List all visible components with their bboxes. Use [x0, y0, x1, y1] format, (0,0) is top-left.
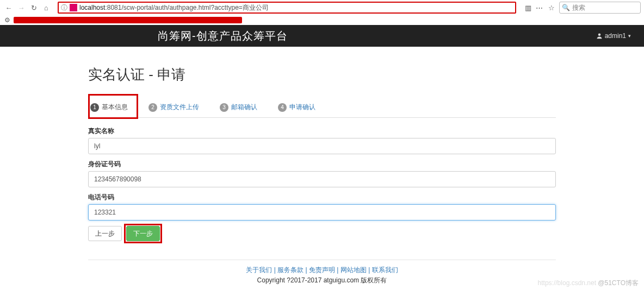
prev-step-button[interactable]: 上一步	[88, 226, 122, 241]
browser-search-input[interactable]: 🔍 搜索	[559, 2, 641, 14]
url-text: localhost:8081/scw-portal/auth/authpage.…	[79, 3, 269, 12]
top-navbar: 尚筹网-创意产品众筹平台 admin1 ▾	[0, 25, 644, 47]
footer-link-disclaimer[interactable]: 免责声明	[309, 266, 335, 274]
site-brand: 尚筹网-创意产品众筹平台	[158, 29, 288, 43]
user-name: admin1	[605, 32, 626, 40]
bookmark-icon[interactable]: ☆	[548, 4, 555, 12]
caret-down-icon: ▾	[628, 33, 631, 39]
tab-apply-confirm[interactable]: 4 申请确认	[276, 97, 320, 117]
tab-label: 邮箱确认	[231, 103, 257, 112]
tab-email-confirm[interactable]: 3 邮箱确认	[218, 97, 262, 117]
real-name-label: 真实名称	[88, 127, 556, 136]
main-container: 实名认证 - 申请 1 基本信息 2 资质文件上传 3 邮箱确认 4 申请确认 …	[88, 47, 556, 241]
footer-separator	[88, 260, 556, 260]
next-step-highlight: 下一步	[126, 226, 160, 241]
reload-button[interactable]: ↻	[28, 2, 39, 13]
user-icon	[596, 33, 603, 39]
tab-label: 基本信息	[102, 103, 128, 112]
step-number: 2	[148, 103, 157, 112]
tab-upload-docs[interactable]: 2 资质文件上传	[146, 97, 203, 117]
user-menu[interactable]: admin1 ▾	[596, 32, 631, 40]
search-icon: 🔍	[562, 4, 570, 11]
page-title: 实名认证 - 申请	[88, 65, 556, 84]
tab-label: 资质文件上传	[160, 103, 199, 112]
step-tabs: 1 基本信息 2 资质文件上传 3 邮箱确认 4 申请确认	[88, 97, 556, 118]
real-name-input[interactable]	[88, 138, 556, 154]
footer-link-tos[interactable]: 服务条款	[277, 266, 304, 274]
info-icon: ⓘ	[61, 3, 67, 12]
tab-basic-info[interactable]: 1 基本信息	[88, 97, 132, 117]
home-button[interactable]: ⌂	[41, 2, 52, 13]
footer-link-contact[interactable]: 联系我们	[372, 266, 398, 274]
id-number-label: 身份证号码	[88, 160, 556, 169]
back-button[interactable]: ←	[3, 2, 14, 13]
next-step-button[interactable]: 下一步	[126, 226, 160, 241]
search-placeholder: 搜索	[572, 3, 585, 12]
phone-label: 电话号码	[88, 193, 556, 202]
redacted-bookmark-bar	[14, 17, 242, 23]
watermark-right: @51CTO博客	[598, 279, 639, 287]
tab-label: 申请确认	[289, 103, 315, 112]
svg-point-0	[598, 34, 600, 36]
more-icon[interactable]: ⋯	[536, 4, 543, 12]
id-number-input[interactable]	[88, 171, 556, 187]
footer-link-sitemap[interactable]: 网站地图	[340, 266, 367, 274]
watermark-left: https://blog.csdn.net	[538, 279, 596, 287]
site-icon	[70, 4, 77, 11]
step-number: 1	[90, 103, 99, 112]
step-number: 4	[278, 103, 287, 112]
gear-icon[interactable]: ⚙	[4, 16, 10, 24]
qr-icon[interactable]: ▥	[525, 4, 530, 12]
step-number: 3	[220, 103, 228, 112]
footer-links: 关于我们 | 服务条款 | 免责声明 | 网站地图 | 联系我们	[0, 266, 644, 275]
browser-toolbar-secondary: ⚙	[0, 15, 644, 25]
phone-input[interactable]	[88, 204, 556, 220]
watermark: https://blog.csdn.net @51CTO博客	[538, 279, 639, 288]
footer-link-about[interactable]: 关于我们	[246, 266, 272, 274]
url-input[interactable]: ⓘ localhost:8081/scw-portal/auth/authpag…	[58, 2, 516, 14]
browser-address-bar: ← → ↻ ⌂ ⓘ localhost:8081/scw-portal/auth…	[0, 0, 644, 15]
forward-button[interactable]: →	[16, 2, 27, 13]
